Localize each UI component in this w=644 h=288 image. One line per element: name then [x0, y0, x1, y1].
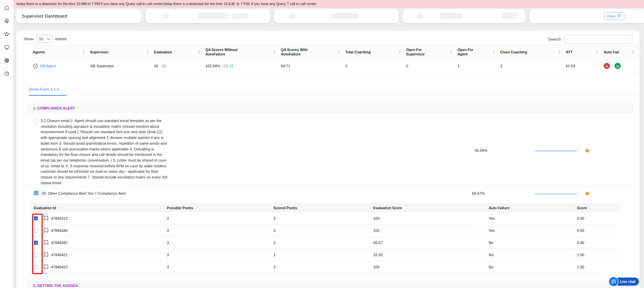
chat-bubble-icon [608, 277, 619, 287]
evaluation-checkbox[interactable] [34, 229, 38, 233]
bookmark-icon[interactable] [44, 252, 48, 257]
chevron-down-icon [47, 37, 50, 40]
sort-icon[interactable] [338, 50, 340, 54]
globe-icon[interactable] [4, 57, 10, 64]
evaluation-score-cell: 100 [373, 229, 489, 233]
auto-fail-cell: 5 11 [604, 63, 640, 69]
column-header-open-for-agent[interactable]: Open For Agent [458, 48, 500, 56]
evaluation-checkbox[interactable] [34, 253, 38, 257]
subquestion-percent: 66.67% [472, 191, 485, 195]
entries-select[interactable]: 10 [36, 35, 52, 43]
total-coaching-cell: 3 [345, 64, 406, 68]
agents-table: Agents Supervisor Evaluation QA Scores W… [33, 45, 640, 74]
score-cell: 1.00 [577, 265, 620, 269]
evaluation-row: 47846346 3 3 100 Yes 0.00 [30, 224, 620, 237]
column-header-qa-with-autofailure[interactable]: QA Scores With AutoFailure [281, 48, 345, 56]
filter-card: Filter [529, 9, 644, 23]
main-panel: Show 10 entries Search: Agents Superviso… [16, 30, 640, 288]
column-header-auto-fail[interactable]: Auto Fail [604, 50, 640, 54]
pie-chart-icon[interactable] [4, 71, 10, 77]
sort-icon[interactable] [596, 50, 598, 54]
auto-failure-cell: No [489, 265, 577, 269]
subquestion-other-compliance: 1B. Other Compliance Alert Yes = Complia… [16, 186, 640, 200]
sort-icon[interactable] [83, 50, 85, 54]
supervisor-cell: GB Supervisor [90, 64, 154, 68]
subquestion-progress-bar [535, 193, 577, 195]
bookmark-icon[interactable] [44, 264, 48, 269]
tab-demo-form[interactable]: Demo Form 1.1.0 [29, 87, 66, 96]
question-checkbox[interactable] [34, 119, 39, 123]
entries-label: entries [55, 37, 67, 41]
bookmark-icon[interactable] [44, 228, 48, 233]
bookmark-icon[interactable] [44, 240, 48, 245]
subtable-col-possible-points: Possible Points [167, 206, 273, 210]
entries-select-value: 10 [39, 37, 43, 41]
summary-card [146, 9, 270, 23]
summary-card [274, 9, 399, 23]
bookmark-icon[interactable] [44, 216, 48, 221]
section-compliance-alert: 1. COMPLIANCE ALERT [27, 103, 634, 113]
user-badge-icon[interactable] [4, 18, 10, 24]
collapse-row-icon[interactable] [33, 64, 38, 69]
column-header-close-coaching[interactable]: Close Coaching [500, 50, 566, 54]
sort-icon[interactable] [147, 50, 149, 54]
show-label: Show [24, 37, 34, 41]
auto-failure-cell: Yes [489, 229, 577, 233]
subquestion-text: 1B. Other Compliance Alert Yes = Complia… [41, 191, 126, 195]
evaluation-score-cell: 66.67 [373, 241, 489, 245]
evaluation-id[interactable]: 47846346 [51, 229, 68, 233]
live-chat-button[interactable]: Live chat [608, 277, 640, 287]
evaluation-checkbox[interactable] [34, 265, 38, 269]
score-cell: 0.00 [577, 241, 620, 245]
blurred-content [332, 13, 359, 19]
att-cell: 61:50 [566, 64, 604, 68]
sort-icon[interactable] [632, 50, 634, 54]
search-label: Search: [548, 37, 562, 41]
evaluation-score-cell: 100 [373, 216, 489, 220]
column-header-supervisor[interactable]: Supervisor [90, 50, 154, 54]
possible-points-cell: 3 [167, 265, 273, 269]
scored-points-cell: 1 [273, 253, 373, 257]
orange-status-dot [585, 192, 589, 195]
evaluation-checkbox[interactable] [34, 216, 38, 220]
star-icon[interactable] [4, 31, 10, 37]
evaluation-row: 47846422 3 3 100 No 1.00 [30, 261, 620, 273]
column-header-att[interactable]: ATT [566, 50, 604, 54]
alert-banner: today there is a downsize for the time 1… [14, 0, 644, 8]
search-input[interactable] [564, 35, 632, 44]
sidebar [0, 0, 14, 288]
scored-points-cell: 3 [273, 265, 373, 269]
monitor-icon[interactable] [4, 44, 10, 50]
agent-link[interactable]: GB Agent [40, 64, 56, 68]
evaluation-id[interactable]: 47846422 [51, 265, 68, 269]
evaluations-subtable: Evaluation Id Possible Points Scored Poi… [30, 203, 620, 273]
sort-icon[interactable] [493, 50, 495, 54]
evaluation-id[interactable]: 47846421 [51, 253, 68, 257]
filter-button[interactable]: Filter [604, 12, 624, 20]
home-icon[interactable] [4, 5, 10, 11]
evaluation-id[interactable]: 47846387 [51, 241, 68, 245]
question-progress-bar [535, 150, 577, 152]
sort-icon[interactable] [198, 50, 200, 54]
evaluation-score-cell: 100 [373, 265, 489, 269]
pass-badge[interactable]: 11 [615, 63, 621, 69]
sort-icon[interactable] [273, 50, 275, 54]
evaluation-id[interactable]: 47846312 [51, 216, 68, 220]
sort-icon[interactable] [450, 50, 452, 54]
evaluation-checkbox[interactable] [34, 241, 38, 245]
question-closure-email: 3.2 Closure email 1. Agent should use st… [16, 113, 634, 186]
sort-icon[interactable] [558, 50, 560, 54]
blurred-content [162, 13, 169, 19]
blurred-content [440, 13, 463, 19]
subquestion-checkbox[interactable] [34, 191, 39, 195]
column-header-agents[interactable]: Agents [33, 50, 90, 54]
auto-fail-badge[interactable]: 5 [604, 63, 610, 69]
column-header-evaluation[interactable]: Evaluation [154, 50, 205, 54]
subtable-col-auto-failure: Auto Failure [489, 206, 577, 210]
question-text: 3.2 Closure email 1. Agent should use st… [41, 118, 168, 186]
score-cell: 1.00 [577, 253, 620, 257]
sort-icon[interactable] [399, 50, 401, 54]
column-header-total-coaching[interactable]: Total Coaching [345, 50, 406, 54]
column-header-open-for-supervisor[interactable]: Open For Supervisor [406, 48, 458, 56]
column-header-qa-without-autofailure[interactable]: QA Scores Without AutoFailure [205, 48, 281, 56]
